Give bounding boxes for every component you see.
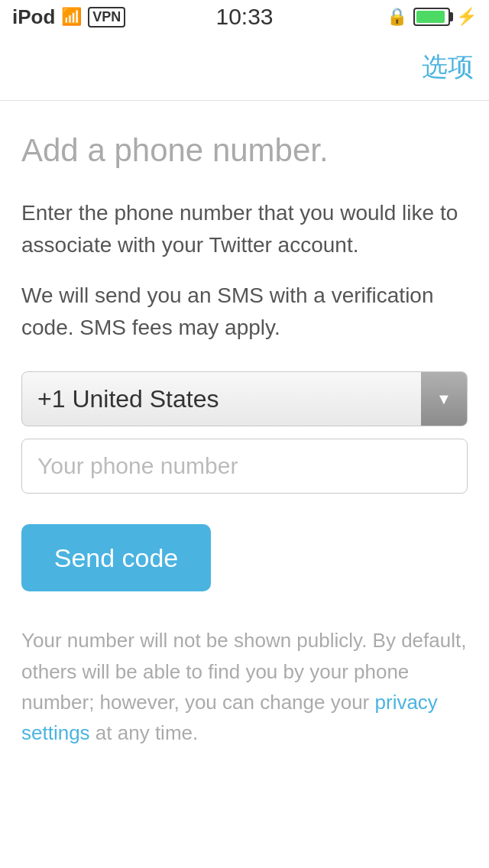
country-selector[interactable]: +1 United States ▼ [21,371,468,426]
phone-number-input[interactable] [21,439,468,494]
device-label: iPod [12,5,55,29]
vpn-badge: VPN [88,7,125,28]
status-right: 🔒 ⚡ [387,7,477,27]
footer-note-text2: at any time. [90,721,199,744]
lock-icon: 🔒 [387,7,407,27]
description-sms: We will send you an SMS with a verificat… [21,280,468,344]
page-title: Add a phone number. [21,131,468,170]
time-display: 10:33 [215,4,273,30]
nav-bar: 选项 [0,34,489,101]
lightning-icon: ⚡ [456,7,477,27]
status-left: iPod 📶 VPN [12,5,125,29]
description-twitter: Enter the phone number that you would li… [21,197,468,261]
send-code-button[interactable]: Send code [21,524,211,591]
main-content: Add a phone number. Enter the phone numb… [0,101,489,779]
status-bar: iPod 📶 VPN 10:33 🔒 ⚡ [0,0,489,34]
options-button[interactable]: 选项 [422,50,474,85]
wifi-icon: 📶 [61,7,82,27]
footer-note: Your number will not be shown publicly. … [21,625,468,748]
country-dropdown-arrow: ▼ [421,372,467,426]
country-label: +1 United States [22,385,421,413]
battery-fill [416,11,445,23]
battery-icon [413,8,450,26]
